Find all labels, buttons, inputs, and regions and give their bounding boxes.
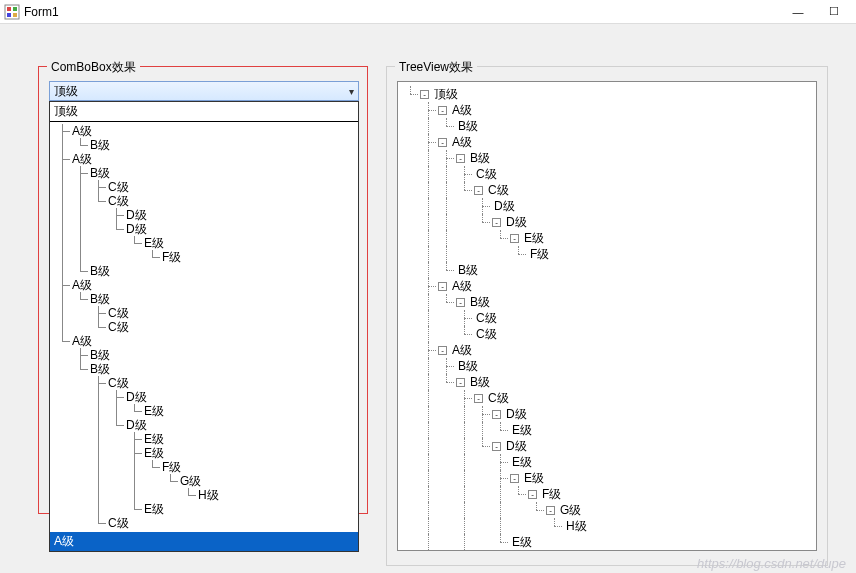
combo-tree-item-label: B级 bbox=[90, 137, 110, 154]
tree-item[interactable]: -E级 bbox=[402, 230, 812, 246]
combo-tree-item[interactable]: B级 bbox=[54, 166, 354, 180]
tree-item[interactable]: -D级 bbox=[402, 406, 812, 422]
expander-icon[interactable]: - bbox=[438, 346, 447, 355]
combo-tree-item[interactable]: C级 bbox=[54, 180, 354, 194]
tree-item[interactable]: -D级 bbox=[402, 438, 812, 454]
tree-item[interactable]: -C级 bbox=[402, 182, 812, 198]
treeview[interactable]: -顶级-A级B级-A级-B级C级-C级D级-D级-E级F级B级-A级-B级C级C… bbox=[397, 81, 817, 551]
combo-tree-item[interactable]: B级 bbox=[54, 138, 354, 152]
combo-tree-item[interactable]: C级 bbox=[54, 376, 354, 390]
expander-icon[interactable]: - bbox=[456, 154, 465, 163]
tree-item[interactable]: C级 bbox=[402, 166, 812, 182]
combo-tree-item-label: E级 bbox=[144, 235, 164, 252]
combo-tree-item[interactable]: D级 bbox=[54, 208, 354, 222]
combo-tree-item[interactable]: C级 bbox=[54, 320, 354, 334]
combobox-dropdown[interactable]: 顶级 A级B级A级B级C级C级D级D级E级F级B级A级B级C级C级A级B级B级C… bbox=[49, 101, 359, 552]
titlebar: Form1 — ☐ bbox=[0, 0, 856, 24]
tree-item[interactable]: B级 bbox=[402, 118, 812, 134]
combo-tree-item[interactable]: F级 bbox=[54, 460, 354, 474]
tree-item[interactable]: -A级 bbox=[402, 102, 812, 118]
tree-item[interactable]: -A级 bbox=[402, 134, 812, 150]
combo-tree-item[interactable]: E级 bbox=[54, 446, 354, 460]
combo-tree-item[interactable]: B级 bbox=[54, 362, 354, 376]
tree-item[interactable]: C级 bbox=[402, 326, 812, 342]
expander-icon[interactable]: - bbox=[528, 490, 537, 499]
expander-icon[interactable]: - bbox=[492, 218, 501, 227]
tree-item[interactable]: -顶级 bbox=[402, 86, 812, 102]
combo-tree-item[interactable]: D级 bbox=[54, 390, 354, 404]
combo-tree-node: D级 bbox=[54, 208, 354, 222]
tree-item[interactable]: -E级 bbox=[402, 470, 812, 486]
minimize-button[interactable]: — bbox=[780, 0, 816, 24]
combo-tree-item[interactable]: B级 bbox=[54, 264, 354, 278]
window-title: Form1 bbox=[24, 5, 780, 19]
tree-item[interactable]: D级 bbox=[402, 198, 812, 214]
form-client-area: ComBoBox效果 顶级 ▾ 顶级 A级B级A级B级C级C级D级D级E级F级B… bbox=[0, 24, 856, 573]
combo-tree-item[interactable]: E级 bbox=[54, 432, 354, 446]
tree-item-label: D级 bbox=[492, 198, 517, 215]
tree-item[interactable]: -B级 bbox=[402, 374, 812, 390]
combo-tree-node: C级 bbox=[54, 306, 354, 320]
combo-tree-item[interactable]: C级 bbox=[54, 516, 354, 530]
tree-item[interactable]: E级 bbox=[402, 534, 812, 550]
expander-icon[interactable]: - bbox=[546, 506, 555, 515]
tree-item[interactable]: -A级 bbox=[402, 278, 812, 294]
tree-item-label: B级 bbox=[468, 374, 492, 391]
expander-icon[interactable]: - bbox=[510, 234, 519, 243]
svg-rect-4 bbox=[13, 13, 17, 17]
tree-item[interactable]: -C级 bbox=[402, 390, 812, 406]
expander-icon[interactable]: - bbox=[438, 282, 447, 291]
tree-item[interactable]: E级 bbox=[402, 454, 812, 470]
expander-icon[interactable]: - bbox=[456, 298, 465, 307]
combobox[interactable]: 顶级 ▾ 顶级 A级B级A级B级C级C级D级D级E级F级B级A级B级C级C级A级… bbox=[49, 81, 359, 101]
expander-icon[interactable]: - bbox=[510, 474, 519, 483]
tree-item-label: C级 bbox=[486, 182, 511, 199]
tree-item[interactable]: -B级 bbox=[402, 150, 812, 166]
tree-item[interactable]: C级 bbox=[402, 310, 812, 326]
combobox-root-item[interactable]: 顶级 bbox=[50, 102, 358, 122]
combo-tree-item[interactable]: B级 bbox=[54, 292, 354, 306]
tree-node: B级 bbox=[402, 358, 812, 374]
combo-tree-item[interactable]: D级 bbox=[54, 418, 354, 432]
combo-tree-node: B级 bbox=[54, 138, 354, 152]
tree-item[interactable]: B级 bbox=[402, 262, 812, 278]
expander-icon[interactable]: - bbox=[492, 410, 501, 419]
svg-rect-3 bbox=[7, 13, 11, 17]
tree-node: -D级E级 bbox=[402, 406, 812, 438]
tree-item[interactable]: H级 bbox=[402, 518, 812, 534]
tree-item[interactable]: -G级 bbox=[402, 502, 812, 518]
expander-icon[interactable]: - bbox=[456, 378, 465, 387]
tree-item[interactable]: -A级 bbox=[402, 342, 812, 358]
combobox-selected[interactable]: 顶级 ▾ bbox=[49, 81, 359, 101]
tree-item[interactable]: -B级 bbox=[402, 294, 812, 310]
combo-tree-item[interactable]: E级 bbox=[54, 236, 354, 250]
combo-tree-item-label: H级 bbox=[198, 487, 219, 504]
expander-icon[interactable]: - bbox=[438, 138, 447, 147]
combobox-highlighted-item[interactable]: A级 bbox=[50, 532, 358, 551]
tree-item[interactable]: F级 bbox=[402, 246, 812, 262]
tree-item[interactable]: -D级 bbox=[402, 214, 812, 230]
tree-item[interactable]: -F级 bbox=[402, 486, 812, 502]
maximize-button[interactable]: ☐ bbox=[816, 0, 852, 24]
tree-node: -B级C级-C级D级-D级-E级F级 bbox=[402, 150, 812, 262]
combo-tree-item[interactable]: C级 bbox=[54, 306, 354, 320]
expander-icon[interactable]: - bbox=[474, 186, 483, 195]
combo-tree-item[interactable]: C级 bbox=[54, 194, 354, 208]
combo-tree-node: C级 bbox=[54, 320, 354, 334]
expander-icon[interactable]: - bbox=[420, 90, 429, 99]
tree-item-label: C级 bbox=[486, 390, 511, 407]
combobox-tree[interactable]: A级B级A级B级C级C级D级D级E级F级B级A级B级C级C级A级B级B级C级D级… bbox=[50, 122, 358, 530]
expander-icon[interactable]: - bbox=[438, 106, 447, 115]
tree-item[interactable]: C级 bbox=[402, 550, 812, 551]
expander-icon[interactable]: - bbox=[492, 442, 501, 451]
tree-item[interactable]: B级 bbox=[402, 358, 812, 374]
combo-tree-item[interactable]: E级 bbox=[54, 502, 354, 516]
tree-item[interactable]: E级 bbox=[402, 422, 812, 438]
expander-icon[interactable]: - bbox=[474, 394, 483, 403]
combo-tree-item-label: E级 bbox=[144, 445, 164, 462]
combo-tree-item[interactable]: E级 bbox=[54, 404, 354, 418]
combo-tree-item[interactable]: D级 bbox=[54, 222, 354, 236]
tree-item-label: C级 bbox=[474, 326, 499, 343]
combo-tree-item[interactable]: H级 bbox=[54, 488, 354, 502]
combo-tree-node: C级D级D级E级F级 bbox=[54, 194, 354, 264]
